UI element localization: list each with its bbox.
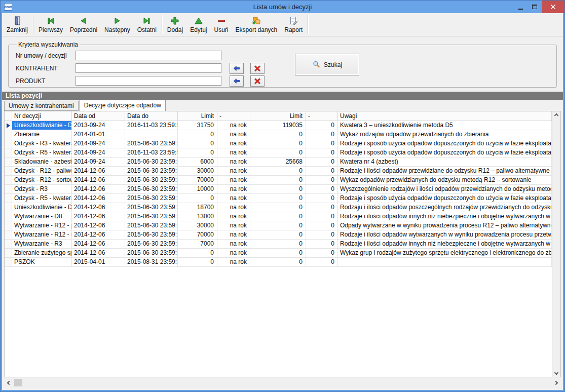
toolbar-label: Dodaj: [167, 26, 183, 33]
table-row[interactable]: Odzysk - R5 - kwatera 32014-09-242016-11…: [5, 148, 552, 158]
column-header[interactable]: Nr decyzji: [12, 111, 72, 121]
tabstrip: Umowy z kontrahentami Decyzje dotyczące …: [2, 100, 563, 111]
table-cell: Odzysk - R5 - kwatera 4: [12, 194, 72, 203]
table-cell: Odzysk - R3 - kwatera 3: [12, 139, 72, 148]
table-cell: 0: [306, 203, 338, 212]
table-cell: 0: [250, 167, 306, 175]
report-button[interactable]: Raport: [281, 14, 306, 35]
column-header[interactable]: Limit: [250, 111, 306, 121]
table-row[interactable]: Skladowanie - azbest - kw2014-09-242015-…: [5, 158, 552, 167]
table-cell: 0: [250, 139, 306, 148]
table-cell: 0: [306, 158, 338, 166]
close-button[interactable]: [542, 1, 564, 13]
maximize-button[interactable]: [528, 1, 542, 13]
table-cell: 2014-09-24: [72, 139, 125, 148]
table-row[interactable]: PSZOK2015-04-012015-08-31 23:59:590na ro…: [5, 258, 552, 267]
table-cell: Unieszkodliwianie - D5 - kw: [12, 121, 72, 130]
toolbar-label: Eksport danych: [236, 26, 278, 33]
table-row[interactable]: Odzysk - R32014-12-062015-06-30 23:59:59…: [5, 185, 552, 194]
table-cell: 2014-12-06: [72, 203, 125, 212]
table-row[interactable]: Odzysk - R12 - sortowanie2014-12-062015-…: [5, 176, 552, 185]
table-cell: na rok: [217, 130, 250, 139]
table-cell: Wykaz odpadów przewidzianych do odzysku …: [338, 176, 552, 184]
scroll-up-icon[interactable]: [554, 113, 558, 117]
column-header[interactable]: Data do: [125, 111, 178, 121]
table-cell: 0: [306, 167, 338, 175]
table-cell: 0: [178, 148, 217, 157]
add-button[interactable]: Dodaj: [164, 14, 186, 35]
kontrahent-pick-button[interactable]: [230, 63, 244, 74]
column-header[interactable]: Data od: [72, 111, 125, 121]
close-form-button[interactable]: Zamknij: [3, 14, 31, 35]
produkt-pick-button[interactable]: [230, 75, 244, 87]
minimize-button[interactable]: [513, 1, 528, 13]
row-marker: [5, 130, 12, 139]
table-cell: na rok: [217, 203, 250, 212]
table-cell: 2013-09-24: [72, 121, 125, 130]
delete-button[interactable]: Usuń: [211, 14, 232, 35]
table-cell: Rodzaje i sposób użycia odpadów dopuszcz…: [338, 194, 552, 203]
table-cell: na rok: [217, 240, 250, 248]
table-row[interactable]: Wytwarzanie - R12 - paliw2014-12-062015-…: [5, 221, 552, 230]
titlebar[interactable]: GSW Lista umów i decyzji: [1, 1, 564, 13]
scroll-down-icon[interactable]: [554, 371, 558, 375]
table-cell: 0: [306, 139, 338, 148]
table-cell: 2015-04-01: [72, 258, 125, 266]
table-cell: 2014-12-06: [72, 167, 125, 175]
kontrahent-input[interactable]: [76, 63, 221, 73]
table-cell: 0: [306, 249, 338, 257]
table-row[interactable]: Wytwarzanie - R32014-12-062015-06-30 23:…: [5, 240, 552, 249]
table-row[interactable]: Odzysk - R12 - paliwo alte2014-12-062015…: [5, 167, 552, 176]
previous-record-button[interactable]: Poprzedni: [66, 14, 101, 35]
table-row[interactable]: Odzysk - R3 - kwatera 32014-09-242015-06…: [5, 139, 552, 148]
table-row[interactable]: Zbieranie2014-01-010na rok00Wykaz rodzaj…: [5, 130, 552, 139]
produkt-clear-button[interactable]: [250, 75, 265, 87]
table-cell: 0: [306, 148, 338, 157]
criteria-groupbox: Kryteria wyszukiwania Nr umowy / decyzji…: [8, 41, 557, 88]
tab-decyzje-dotyczace-odpadow[interactable]: Decyzje dotyczące odpadów: [80, 100, 166, 111]
edit-button[interactable]: Edytuj: [186, 14, 210, 35]
row-marker: [5, 249, 12, 257]
horizontal-scrollbar-thumb[interactable]: [14, 379, 22, 386]
kontrahent-clear-button[interactable]: [250, 63, 265, 74]
window-content: Zamknij Pierwszy Poprzedni Następny Osta…: [2, 13, 563, 390]
table-row[interactable]: Unieszkodliwianie - D5 - kw2013-09-24201…: [5, 121, 552, 130]
arrow-left-icon: [233, 64, 241, 72]
table-cell: 2015-06-30 23:59:59: [125, 249, 178, 257]
grid-header: Nr decyzjiData odData doLimit-Limit-Uwag…: [5, 111, 552, 121]
table-cell: Wykaz rodzajów odpadów przewidzianych do…: [338, 130, 552, 139]
table-cell: Odzysk - R5 - kwatera 3: [12, 148, 72, 157]
scroll-left-icon[interactable]: [7, 380, 11, 384]
column-header[interactable]: -: [217, 111, 250, 121]
table-row[interactable]: Wytwarzanie - D82014-12-062015-06-30 23:…: [5, 212, 552, 221]
row-marker: [5, 158, 12, 166]
search-button[interactable]: Szukaj: [295, 54, 359, 75]
column-header[interactable]: -: [306, 111, 338, 121]
table-cell: 0: [250, 212, 306, 221]
last-record-button[interactable]: Ostatni: [134, 14, 160, 35]
horizontal-scrollbar[interactable]: [4, 378, 561, 387]
app-icon: GSW: [4, 3, 12, 11]
table-row[interactable]: Zbieranie zużytego sprzęt2014-12-062015-…: [5, 249, 552, 258]
scroll-right-icon[interactable]: [554, 380, 558, 384]
table-cell: na rok: [217, 249, 250, 257]
table-row[interactable]: Wytwarzanie - R12 - sorto2014-12-062015-…: [5, 230, 552, 240]
table-cell: Rodzaje i sposób użycia odpadów dopuszcz…: [338, 148, 552, 157]
tab-umowy-z-kontrahentami[interactable]: Umowy z kontrahentami: [4, 101, 79, 111]
table-cell: 7000: [178, 240, 217, 248]
table-row[interactable]: Unieszkodliwienie - D82014-12-062015-06-…: [5, 203, 552, 212]
column-header[interactable]: Uwagi: [338, 111, 552, 121]
row-marker: [5, 185, 12, 193]
vertical-scrollbar[interactable]: [552, 111, 560, 377]
next-record-button[interactable]: Następny: [101, 14, 134, 35]
row-marker: [5, 258, 12, 266]
table-cell: Zbieranie zużytego sprzęt: [12, 249, 72, 257]
table-row[interactable]: Odzysk - R5 - kwatera 42014-12-062015-06…: [5, 194, 552, 203]
column-header[interactable]: Limit: [178, 111, 217, 121]
first-record-button[interactable]: Pierwszy: [35, 14, 66, 35]
table-cell: 0: [306, 185, 338, 193]
table-cell: Unieszkodliwienie - D8: [12, 203, 72, 212]
produkt-input[interactable]: [76, 76, 221, 86]
contract-number-input[interactable]: [76, 51, 221, 60]
export-data-button[interactable]: Eksport danych: [232, 14, 281, 35]
